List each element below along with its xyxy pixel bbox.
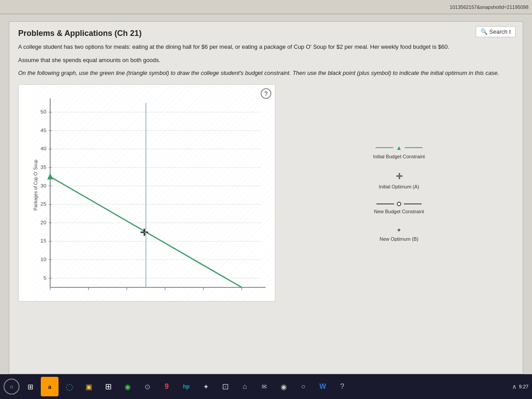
legend-symbol-star: ✦ [396,227,402,234]
help-icon: ? [264,90,268,97]
windows-button[interactable]: ⊞ [21,377,39,396]
svg-text:25: 25 [40,201,46,207]
home-button[interactable]: ⌂ [236,377,254,396]
svg-text:20: 20 [40,219,47,225]
legend-symbol-circle [376,202,422,206]
legend-item-new-optimum: ✦ New Optimum (B) [289,227,509,242]
edge-button[interactable]: ◌ [60,377,78,396]
legend-circle-icon [397,202,401,206]
legend-label-new-optimum: New Optimum (B) [379,236,418,242]
page-title: Problems & Applications (Ch 21) [18,29,514,38]
legend-label-new-budget: New Budget Constraint [374,209,424,214]
legend-symbol-green: ▲ [376,144,422,151]
legend-item-budget-constraint: ▲ Initial Budget Constraint [289,144,509,159]
question-text-part2: Assume that she spends equal amounts on … [18,56,514,65]
time-display: 9:27 [519,384,528,389]
budget-constraint-triangle [47,173,53,180]
start-button[interactable]: ○ [4,379,20,395]
legend-item-new-budget: New Budget Constraint [289,202,509,214]
word-button[interactable]: W [314,377,332,396]
svg-text:15: 15 [40,238,46,243]
graph-area[interactable]: ? Packages of Cup O' Soup [18,84,275,301]
graph-container: ? Packages of Cup O' Soup [18,84,514,301]
star-button[interactable]: ✦ [197,377,215,396]
legend-label-initial-optimum: Initial Optimum (A) [379,184,419,189]
tray-chevron-icon[interactable]: ∧ [512,383,516,390]
svg-text:35: 35 [40,164,46,170]
legend-line-black-1 [376,203,394,204]
initial-optimum-plus[interactable]: ✛ [140,227,148,238]
legend-triangle-icon: ▲ [396,144,402,151]
search-label: Search t [489,28,511,35]
apps-button[interactable]: ⊞ [99,377,117,396]
svg-text:50: 50 [40,109,47,114]
chart-svg[interactable]: 5 10 15 20 25 30 35 40 45 50 [31,89,270,297]
search-button[interactable]: 🔍 Search t [476,26,516,37]
help-taskbar-button[interactable]: ? [333,377,351,396]
svg-text:5: 5 [43,275,47,281]
legend-line-green-2 [405,147,422,148]
svg-text:30: 30 [40,183,47,188]
help-button[interactable]: ? [261,88,271,99]
taskbar: ○ ⊞ a ◌ ▣ ⊞ ◉ ⊙ 9 hp ✦ ⊡ ⌂ ✉ ◉ ○ W ? ∧ 9… [0,374,532,399]
svg-text:10: 10 [40,256,47,262]
sound-button[interactable]: ◉ [275,377,293,396]
search-icon: 🔍 [481,28,488,35]
legend-symbol-plus: ✛ [396,172,403,181]
svg-text:40: 40 [40,145,47,151]
browser-top-bar: 1013562157&snapshotId=21195098 [0,0,532,14]
content-box: 🔍 Search t Problems & Applications (Ch 2… [9,21,523,374]
legend-line-green [376,147,393,148]
legend-area: ▲ Initial Budget Constraint ✛ Initial Op… [284,84,514,301]
chrome-button[interactable]: 9 [158,377,176,396]
plus-icon: ✛ [396,172,403,181]
mail-button[interactable]: ✉ [255,377,273,396]
legend-label-budget-constraint: Initial Budget Constraint [373,154,425,159]
url-display: 1013562157&snapshotId=21195098 [450,4,528,10]
camera-button[interactable]: ⊙ [138,377,156,396]
legend-item-initial-optimum: ✛ Initial Optimum (A) [289,172,509,189]
system-tray: ∧ 9:27 [512,383,528,390]
star-icon: ✦ [396,227,402,234]
settings-button[interactable]: ⊡ [216,377,234,396]
hp-button[interactable]: hp [177,377,195,396]
media-button[interactable]: ◉ [119,377,137,396]
amazon-button[interactable]: a [41,377,59,396]
record-button[interactable]: ○ [294,377,312,396]
svg-text:45: 45 [40,127,46,133]
main-content-area: 🔍 Search t Problems & Applications (Ch 2… [0,14,532,374]
question-text-part1: A college student has two options for me… [18,43,514,51]
explorer-button[interactable]: ▣ [80,377,98,396]
instruction-text: On the following graph, use the green li… [18,69,514,78]
legend-line-black-2 [404,203,422,204]
